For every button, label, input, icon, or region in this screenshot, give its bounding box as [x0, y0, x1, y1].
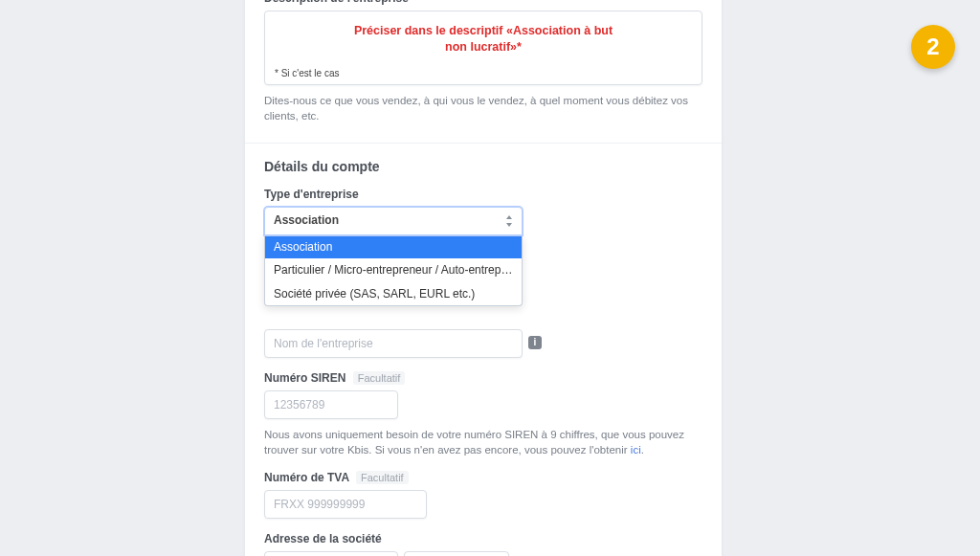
section-account-details: Détails du compte Type d'entreprise Asso… [245, 143, 722, 556]
address-zip-input[interactable] [404, 551, 509, 556]
description-highlight-text: Préciser dans le descriptif «Association… [349, 23, 617, 56]
company-type-dropdown: Association Particulier / Micro-entrepre… [264, 235, 523, 306]
form-panel: Description de l'entreprise Préciser dan… [244, 0, 723, 556]
dropdown-option-association[interactable]: Association [265, 235, 522, 258]
siren-helptext: Nous avons uniquement besoin de votre nu… [264, 427, 702, 457]
section-description: Description de l'entreprise Préciser dan… [245, 0, 722, 143]
description-footnote: * Si c'est le cas [275, 68, 340, 78]
vat-input[interactable] [264, 490, 427, 519]
siren-input[interactable] [264, 390, 398, 419]
vat-optional-badge: Facultatif [356, 471, 409, 484]
siren-optional-badge: Facultatif [353, 371, 406, 385]
company-type-label: Type d'entreprise [264, 188, 702, 201]
company-name-input[interactable] [264, 329, 523, 358]
dropdown-option-particulier[interactable]: Particulier / Micro-entrepreneur / Auto-… [265, 258, 522, 281]
account-details-title: Détails du compte [264, 159, 702, 174]
info-icon[interactable]: i [528, 336, 542, 349]
siren-help-link[interactable]: ici [631, 444, 641, 456]
description-textarea[interactable]: Préciser dans le descriptif «Association… [264, 11, 702, 85]
company-type-selected-value: Association [274, 213, 339, 227]
description-label: Description de l'entreprise [264, 0, 702, 5]
company-type-select[interactable]: Association [264, 207, 523, 235]
vat-label: Numéro de TVA Facultatif [264, 471, 702, 484]
address-street-input[interactable] [264, 551, 398, 556]
address-label: Adresse de la société [264, 532, 702, 545]
description-helptext: Dites-nous ce que vous vendez, à qui vou… [264, 93, 702, 123]
siren-label: Numéro SIREN Facultatif [264, 371, 702, 385]
dropdown-option-societe-privee[interactable]: Société privée (SAS, SARL, EURL etc.) [265, 282, 522, 305]
chevron-updown-icon [504, 215, 514, 227]
step-badge: 2 [911, 25, 955, 69]
